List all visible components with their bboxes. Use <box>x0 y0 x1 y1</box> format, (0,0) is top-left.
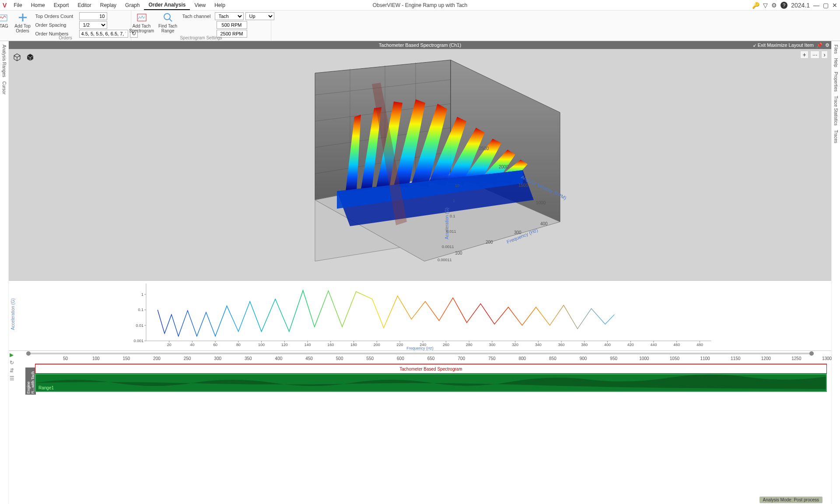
menu-button[interactable]: ☰ <box>10 375 14 382</box>
svg-text:180: 180 <box>350 343 357 347</box>
menu-home[interactable]: Home <box>27 1 49 10</box>
close-icon[interactable]: ✕ <box>832 2 837 9</box>
expand-button[interactable]: › <box>821 51 828 59</box>
svg-text:10: 10 <box>455 183 459 188</box>
svg-text:1: 1 <box>141 292 144 297</box>
menu-editor[interactable]: Editor <box>73 1 95 10</box>
svg-text:300: 300 <box>489 343 495 347</box>
add-tach-spec-label: Add Tach Spectrogram <box>128 24 155 33</box>
svg-text:100: 100 <box>258 343 265 347</box>
app-logo: V <box>3 2 7 9</box>
main: Tachometer Based Spectrogram (Ch1) ↙ Exi… <box>9 41 831 504</box>
svg-text:1: 1 <box>453 199 455 203</box>
search-icon <box>163 12 173 23</box>
tach-channel-label: Tach channel <box>182 14 213 19</box>
svg-text:380: 380 <box>581 343 588 347</box>
tach-channel-select[interactable]: Tach <box>215 12 244 20</box>
svg-rect-1 <box>137 14 146 21</box>
top-orders-count-label: Top Orders Count <box>35 14 77 19</box>
gear-icon[interactable]: ⚙ <box>825 42 830 48</box>
svg-text:200: 200 <box>486 240 493 245</box>
svg-text:440: 440 <box>651 343 657 347</box>
rpm-low-input[interactable] <box>217 21 247 29</box>
perspective-view-button[interactable] <box>12 52 22 62</box>
svg-text:260: 260 <box>443 343 449 347</box>
svg-text:0.1: 0.1 <box>450 214 455 218</box>
top-orders-count-input[interactable] <box>79 12 107 20</box>
stag-icon <box>0 12 8 23</box>
filter-icon[interactable]: ▽ <box>763 2 768 9</box>
rail-help[interactable]: Help <box>833 58 838 67</box>
spectrum-line-chart[interactable]: 2040608010012014016018020022024026028030… <box>9 281 831 350</box>
timeline-ruler[interactable]: 5010015020025030035040045050055060065070… <box>35 356 827 364</box>
add-top-orders-button[interactable]: Add Top Orders <box>14 11 32 33</box>
rail-files[interactable]: Files <box>833 45 838 54</box>
tach-direction-select[interactable]: Up <box>245 12 274 20</box>
rail-analysis-ranges[interactable]: Analysis Ranges <box>2 45 7 77</box>
order-spacing-select[interactable]: 1/2 <box>79 21 107 29</box>
plot2d-area[interactable]: Acceleration (G) 20406080100120140160180… <box>9 281 831 351</box>
settings-icon[interactable]: ⚙ <box>771 2 777 9</box>
track-header: Engine R...with Tach <box>25 368 36 395</box>
plot3d-area[interactable]: + ··· › <box>9 49 831 281</box>
minimize-icon[interactable]: — <box>813 2 819 9</box>
timeline-area: ▶ ↻ ⇵ ☰ 50100150200250300350400450500550… <box>9 351 831 504</box>
stag-button[interactable]: STAG <box>0 11 12 28</box>
spectrogram-3d[interactable]: Frequency (Hz) Angular Velocity (RPM) Ac… <box>262 56 578 274</box>
svg-text:400: 400 <box>604 343 611 347</box>
svg-text:300: 300 <box>514 230 522 235</box>
find-tach-range-button[interactable]: Find Tach Range <box>157 11 179 33</box>
range1-label: Range1 <box>38 385 54 390</box>
menu-file[interactable]: File <box>9 1 26 10</box>
version-label: 2024.1 <box>791 2 810 9</box>
key-icon[interactable]: 🔑 <box>752 2 760 9</box>
play-button[interactable]: ▶ <box>10 352 14 358</box>
svg-text:460: 460 <box>673 343 680 347</box>
menubar: V File Home Export Editor Replay Graph O… <box>0 0 840 10</box>
timeline-scrubber[interactable] <box>9 351 831 356</box>
svg-text:Frequency (Hz): Frequency (Hz) <box>406 346 434 350</box>
menu-help[interactable]: Help <box>210 1 230 10</box>
svg-text:280: 280 <box>466 343 472 347</box>
rail-traces[interactable]: Traces <box>833 130 838 143</box>
rail-cursor[interactable]: Cursor <box>2 81 7 94</box>
exit-maximize-button[interactable]: ↙ Exit Maximize Layout Item <box>753 42 814 48</box>
svg-text:0.001: 0.001 <box>134 339 144 343</box>
plot2d-y-label: Acceleration (G) <box>10 298 15 330</box>
menu-view[interactable]: View <box>190 1 210 10</box>
svg-rect-0 <box>0 15 7 21</box>
svg-text:0.00011: 0.00011 <box>438 258 452 262</box>
help-icon[interactable]: ? <box>780 2 788 9</box>
expand-tracks-button[interactable]: ⇵ <box>10 368 14 374</box>
svg-text:420: 420 <box>627 343 634 347</box>
menu-export[interactable]: Export <box>49 1 74 10</box>
svg-text:140: 140 <box>304 343 311 347</box>
svg-point-2 <box>164 14 170 20</box>
svg-text:1000: 1000 <box>536 200 546 205</box>
svg-text:80: 80 <box>236 343 241 347</box>
svg-text:220: 220 <box>397 343 403 347</box>
plus-icon <box>18 12 28 23</box>
menu-graph[interactable]: Graph <box>121 1 144 10</box>
more-menu-button[interactable]: ··· <box>810 51 820 59</box>
loop-button[interactable]: ↻ <box>10 360 14 366</box>
right-rail: Files Help Properties Trace Statistics T… <box>831 41 840 504</box>
menu-order-analysis[interactable]: Order Analysis <box>144 0 190 10</box>
svg-text:320: 320 <box>512 343 518 347</box>
add-tach-spectrogram-button[interactable]: Add Tach Spectrogram <box>128 11 155 33</box>
svg-text:200: 200 <box>374 343 380 347</box>
pin-icon[interactable]: 📌 <box>816 42 822 48</box>
spectrogram-group-label: Spectrogram Settings <box>131 35 271 40</box>
order-spacing-label: Order Spacing <box>35 22 77 28</box>
menu-replay[interactable]: Replay <box>96 1 121 10</box>
solid-view-button[interactable] <box>25 52 35 62</box>
graph-header: Tachometer Based Spectrogram (Ch1) ↙ Exi… <box>9 41 831 49</box>
waveform-row[interactable]: Range1 <box>35 374 827 392</box>
spec-range-label: Tachometer Based Spectrogram <box>399 367 462 371</box>
maximize-icon[interactable]: ▢ <box>823 2 829 9</box>
rail-trace-stats[interactable]: Trace Statistics <box>833 96 838 126</box>
add-graph-button[interactable]: + <box>800 51 808 59</box>
rail-properties[interactable]: Properties <box>833 72 838 92</box>
orders-group-label: Orders <box>0 35 131 40</box>
spectrogram-range-row[interactable]: Tachometer Based Spectrogram <box>35 364 827 374</box>
